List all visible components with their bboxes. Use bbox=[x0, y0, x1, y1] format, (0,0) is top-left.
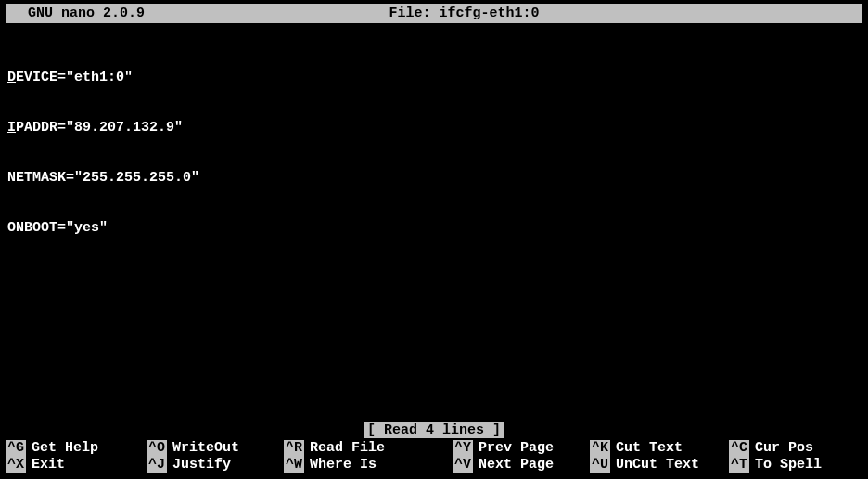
shortcut-exit[interactable]: ^X Exit bbox=[6, 457, 147, 473]
line-text: EVICE="eth1:0" bbox=[16, 70, 133, 85]
shortcut-row-1: ^G Get Help ^O WriteOut ^R Read File ^Y … bbox=[6, 440, 862, 457]
shortcut-label: Next Page bbox=[473, 457, 554, 473]
shortcut-key: ^K bbox=[590, 440, 610, 457]
shortcut-key: ^U bbox=[590, 457, 610, 473]
shortcut-label: WriteOut bbox=[167, 440, 239, 457]
content-line: IPADDR="89.207.132.9" bbox=[7, 120, 861, 136]
file-name: File: ifcfg-eth1:0 bbox=[389, 6, 539, 21]
shortcut-uncut-text[interactable]: ^U UnCut Text bbox=[590, 457, 729, 473]
shortcut-key: ^O bbox=[147, 440, 167, 457]
content-line: ONBOOT="yes" bbox=[7, 220, 861, 237]
shortcut-to-spell[interactable]: ^T To Spell bbox=[729, 457, 859, 473]
shortcut-label: Cut Text bbox=[610, 440, 683, 457]
shortcut-cut-text[interactable]: ^K Cut Text bbox=[590, 440, 729, 457]
shortcut-read-file[interactable]: ^R Read File bbox=[284, 440, 453, 457]
shortcut-key: ^R bbox=[284, 440, 304, 457]
shortcut-cur-pos[interactable]: ^C Cur Pos bbox=[729, 440, 859, 457]
shortcut-justify[interactable]: ^J Justify bbox=[147, 457, 284, 473]
shortcut-key: ^G bbox=[6, 440, 26, 457]
shortcut-label: Exit bbox=[26, 457, 65, 473]
title-bar: GNU nano 2.0.9 File: ifcfg-eth1:0 bbox=[6, 4, 862, 23]
shortcut-label: To Spell bbox=[749, 457, 822, 473]
shortcut-label: Get Help bbox=[26, 440, 98, 457]
shortcut-bar: ^G Get Help ^O WriteOut ^R Read File ^Y … bbox=[6, 440, 862, 473]
shortcut-label: Cur Pos bbox=[749, 440, 813, 457]
shortcut-row-2: ^X Exit ^J Justify ^W Where Is ^V Next P… bbox=[6, 457, 862, 473]
line-text: PADDR="89.207.132.9" bbox=[16, 120, 183, 136]
shortcut-label: Where Is bbox=[304, 457, 377, 473]
shortcut-label: Prev Page bbox=[473, 440, 554, 457]
shortcut-key: ^V bbox=[453, 457, 473, 473]
shortcut-key: ^X bbox=[6, 457, 26, 473]
shortcut-key: ^T bbox=[729, 457, 749, 473]
editor-content[interactable]: DEVICE="eth1:0" IPADDR="89.207.132.9" NE… bbox=[0, 32, 868, 257]
status-bar: [ Read 4 lines ] bbox=[0, 422, 868, 438]
shortcut-where-is[interactable]: ^W Where Is bbox=[284, 457, 453, 473]
shortcut-label: Justify bbox=[167, 457, 231, 473]
shortcut-prev-page[interactable]: ^Y Prev Page bbox=[453, 440, 590, 457]
shortcut-get-help[interactable]: ^G Get Help bbox=[6, 440, 147, 457]
content-line: NETMASK="255.255.255.0" bbox=[7, 170, 861, 187]
shortcut-key: ^W bbox=[284, 457, 304, 473]
shortcut-writeout[interactable]: ^O WriteOut bbox=[147, 440, 284, 457]
content-line: DEVICE="eth1:0" bbox=[7, 70, 861, 86]
shortcut-key: ^J bbox=[147, 457, 167, 473]
app-name: GNU nano 2.0.9 bbox=[11, 6, 145, 21]
shortcut-key: ^Y bbox=[453, 440, 473, 457]
shortcut-label: Read File bbox=[304, 440, 385, 457]
shortcut-key: ^C bbox=[729, 440, 749, 457]
shortcut-next-page[interactable]: ^V Next Page bbox=[453, 457, 590, 473]
shortcut-label: UnCut Text bbox=[610, 457, 699, 473]
status-message: [ Read 4 lines ] bbox=[364, 422, 504, 438]
